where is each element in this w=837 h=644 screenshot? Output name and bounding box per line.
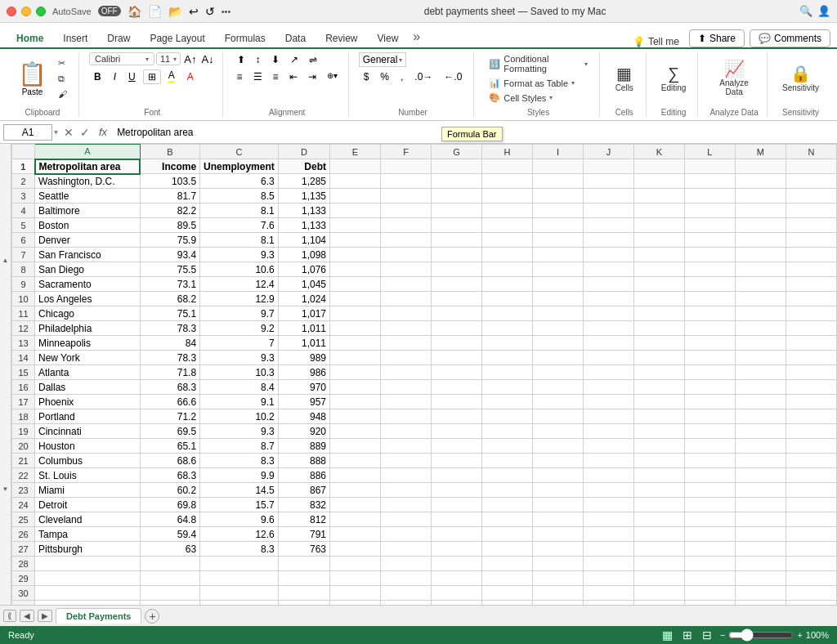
row-num-cell[interactable]: 15 [12, 365, 35, 380]
cell-n22[interactable] [786, 468, 836, 483]
cell-k10[interactable] [633, 292, 684, 306]
scroll-down-icon[interactable]: ▼ [2, 485, 9, 493]
cell-l22[interactable] [684, 468, 735, 483]
cell-g19[interactable] [432, 424, 482, 439]
cell-e26[interactable] [330, 527, 381, 542]
cell-m25[interactable] [735, 512, 786, 527]
cell-j6[interactable] [583, 233, 633, 248]
cell-c2[interactable]: 6.3 [200, 174, 279, 189]
cell-d1[interactable]: Debt [278, 159, 329, 174]
cell-c3[interactable]: 8.5 [200, 189, 279, 203]
cell-g16[interactable] [432, 380, 482, 395]
cell-m15[interactable] [735, 365, 786, 380]
cell-l3[interactable] [684, 189, 735, 203]
row-num-cell[interactable]: 28 [12, 557, 35, 571]
align-center-icon[interactable]: ☰ [249, 69, 266, 84]
zoom-minus-icon[interactable]: − [720, 630, 725, 640]
cell-i25[interactable] [532, 512, 583, 527]
cell-i19[interactable] [532, 424, 583, 439]
cell-m13[interactable] [735, 336, 786, 351]
cell-g7[interactable] [432, 248, 482, 262]
row-num-cell[interactable]: 1 [12, 159, 35, 174]
cell-d25[interactable]: 812 [278, 512, 329, 527]
cell-h25[interactable] [481, 512, 532, 527]
cell-f14[interactable] [381, 351, 432, 365]
close-button[interactable] [7, 7, 16, 16]
cell-j23[interactable] [583, 483, 633, 498]
cell-a14[interactable]: New York [35, 351, 141, 365]
cell-f5[interactable] [381, 218, 432, 233]
cell-i8[interactable] [532, 262, 583, 277]
cell-i11[interactable] [532, 306, 583, 321]
increase-decimal-button[interactable]: ←.0 [439, 69, 467, 84]
cell-d22[interactable]: 886 [278, 468, 329, 483]
cell-l8[interactable] [684, 262, 735, 277]
fill-color-button[interactable]: A [163, 68, 180, 85]
cell-g28[interactable] [432, 557, 482, 571]
open-icon[interactable]: 📂 [168, 5, 182, 18]
cell-a22[interactable]: St. Louis [35, 468, 141, 483]
search-icon[interactable]: 🔍 [799, 5, 812, 17]
cell-l13[interactable] [684, 336, 735, 351]
cell-l1[interactable] [684, 159, 735, 174]
cell-f29[interactable] [381, 571, 432, 586]
col-header-k[interactable]: K [633, 145, 684, 159]
cell-n10[interactable] [786, 292, 836, 306]
cell-l27[interactable] [684, 542, 735, 557]
cell-d3[interactable]: 1,135 [278, 189, 329, 203]
cell-i26[interactable] [532, 527, 583, 542]
row-num-cell[interactable]: 13 [12, 336, 35, 351]
more-icon[interactable]: ••• [222, 7, 231, 16]
cell-i13[interactable] [532, 336, 583, 351]
cell-k21[interactable] [633, 454, 684, 468]
cell-n16[interactable] [786, 380, 836, 395]
col-header-d[interactable]: D [278, 145, 329, 159]
cell-d13[interactable]: 1,011 [278, 336, 329, 351]
cell-h24[interactable] [481, 498, 532, 512]
cell-d8[interactable]: 1,076 [278, 262, 329, 277]
row-num-cell[interactable]: 30 [12, 586, 35, 601]
cell-f1[interactable] [381, 159, 432, 174]
cell-h21[interactable] [481, 454, 532, 468]
cell-n29[interactable] [786, 571, 836, 586]
cell-n14[interactable] [786, 351, 836, 365]
cell-d30[interactable] [278, 586, 329, 601]
cell-b28[interactable] [140, 557, 199, 571]
cell-n27[interactable] [786, 542, 836, 557]
col-header-b[interactable]: B [140, 145, 199, 159]
cell-j14[interactable] [583, 351, 633, 365]
col-header-g[interactable]: G [432, 145, 482, 159]
cell-e4[interactable] [330, 203, 381, 218]
cell-f15[interactable] [381, 365, 432, 380]
cell-k7[interactable] [633, 248, 684, 262]
page-break-view-button[interactable]: ⊟ [700, 628, 714, 642]
row-num-cell[interactable]: 6 [12, 233, 35, 248]
cell-j3[interactable] [583, 189, 633, 203]
cell-l5[interactable] [684, 218, 735, 233]
cell-c5[interactable]: 7.6 [200, 218, 279, 233]
cell-f26[interactable] [381, 527, 432, 542]
cell-e7[interactable] [330, 248, 381, 262]
cell-h26[interactable] [481, 527, 532, 542]
paste-button[interactable]: 📋 Paste [13, 59, 51, 98]
cell-j19[interactable] [583, 424, 633, 439]
col-header-e[interactable]: E [330, 145, 381, 159]
cell-k11[interactable] [633, 306, 684, 321]
cell-b6[interactable]: 75.9 [140, 233, 199, 248]
cell-m17[interactable] [735, 395, 786, 409]
cell-n24[interactable] [786, 498, 836, 512]
cell-f18[interactable] [381, 409, 432, 424]
row-num-cell[interactable]: 9 [12, 277, 35, 292]
cell-f24[interactable] [381, 498, 432, 512]
cell-e10[interactable] [330, 292, 381, 306]
cell-d24[interactable]: 832 [278, 498, 329, 512]
comma-button[interactable]: , [396, 69, 408, 84]
cell-a21[interactable]: Columbus [35, 454, 141, 468]
cell-i3[interactable] [532, 189, 583, 203]
cell-h2[interactable] [481, 174, 532, 189]
editing-button[interactable]: ∑ Editing [656, 62, 692, 96]
normal-view-button[interactable]: ▦ [660, 628, 674, 642]
cell-l29[interactable] [684, 571, 735, 586]
cell-i22[interactable] [532, 468, 583, 483]
cell-i14[interactable] [532, 351, 583, 365]
